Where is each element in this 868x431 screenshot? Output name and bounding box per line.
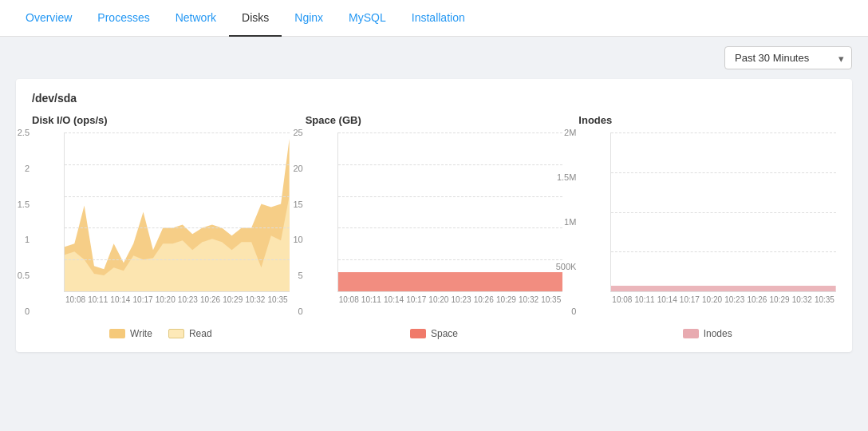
toolbar: Past 5 Minutes Past 15 Minutes Past 30 M… — [0, 37, 868, 79]
nav-network[interactable]: Network — [163, 0, 229, 37]
legend-write: Write — [109, 328, 152, 339]
inodes-chart-wrapper: 2M 1.5M 1M 500K 0 — [578, 132, 836, 320]
disk-title: /dev/sda — [32, 92, 836, 105]
disk-io-x-axis: 10:08 10:11 10:14 10:17 10:20 10:23 10:2… — [64, 295, 290, 304]
nav-bar: Overview Processes Network Disks Nginx M… — [0, 0, 868, 37]
legend-inodes: Inodes — [683, 328, 732, 339]
space-svg — [338, 132, 563, 291]
disk-io-legend: Write Read — [32, 328, 290, 339]
disk-card: /dev/sda Disk I/O (ops/s) 2.5 2 1.5 1 0.… — [16, 79, 852, 352]
disk-io-section: Disk I/O (ops/s) 2.5 2 1.5 1 0.5 0 — [32, 114, 290, 339]
space-legend: Space — [306, 328, 563, 339]
grid-line — [611, 212, 836, 213]
grid-line — [338, 196, 563, 197]
grid-line — [65, 196, 290, 197]
nav-nginx[interactable]: Nginx — [282, 0, 336, 37]
legend-inodes-label: Inodes — [704, 328, 732, 339]
inodes-x-axis: 10:08 10:11 10:14 10:17 10:20 10:23 10:2… — [610, 295, 836, 304]
inodes-section: Inodes 2M 1.5M 1M 500K 0 — [578, 114, 836, 339]
legend-write-swatch — [109, 329, 125, 338]
inodes-legend: Inodes — [578, 328, 836, 339]
grid-line — [65, 132, 290, 133]
legend-write-label: Write — [130, 328, 152, 339]
legend-space-label: Space — [431, 328, 458, 339]
inodes-label: Inodes — [578, 114, 836, 126]
space-x-axis: 10:08 10:11 10:14 10:17 10:20 10:23 10:2… — [337, 295, 563, 304]
disk-io-svg — [65, 132, 290, 291]
disk-io-chart-area — [64, 132, 290, 292]
grid-line — [611, 172, 836, 173]
inodes-y-axis: 2M 1.5M 1M 500K 0 — [548, 132, 576, 320]
svg-marker-3 — [611, 286, 836, 291]
time-range-select[interactable]: Past 5 Minutes Past 15 Minutes Past 30 M… — [724, 46, 852, 69]
inodes-chart-area — [610, 132, 836, 292]
legend-read: Read — [168, 328, 212, 339]
legend-space-swatch — [410, 329, 426, 338]
disk-io-label: Disk I/O (ops/s) — [32, 114, 290, 126]
nav-mysql[interactable]: MySQL — [336, 0, 399, 37]
legend-read-label: Read — [189, 328, 212, 339]
nav-installation[interactable]: Installation — [399, 0, 478, 37]
nav-overview[interactable]: Overview — [13, 0, 85, 37]
legend-inodes-swatch — [683, 329, 699, 338]
grid-line — [65, 259, 290, 260]
space-chart-area — [337, 132, 563, 292]
space-y-axis: 25 20 15 10 5 0 — [275, 132, 303, 320]
charts-row: Disk I/O (ops/s) 2.5 2 1.5 1 0.5 0 — [32, 114, 836, 339]
grid-line — [65, 164, 290, 165]
grid-line — [65, 227, 290, 228]
legend-space: Space — [410, 328, 458, 339]
nav-disks[interactable]: Disks — [229, 0, 282, 37]
grid-line — [338, 164, 563, 165]
grid-line — [338, 259, 563, 260]
disk-io-chart-wrapper: 2.5 2 1.5 1 0.5 0 — [32, 132, 290, 320]
space-chart-wrapper: 25 20 15 10 5 0 — [306, 132, 563, 320]
time-select-wrapper: Past 5 Minutes Past 15 Minutes Past 30 M… — [724, 46, 852, 69]
svg-marker-2 — [338, 272, 563, 291]
disk-io-y-axis: 2.5 2 1.5 1 0.5 0 — [2, 132, 30, 320]
grid-line — [338, 132, 563, 133]
grid-line — [338, 227, 563, 228]
nav-processes[interactable]: Processes — [85, 0, 162, 37]
legend-read-swatch — [168, 329, 184, 338]
main-content: /dev/sda Disk I/O (ops/s) 2.5 2 1.5 1 0.… — [0, 79, 868, 368]
space-section: Space (GB) 25 20 15 10 5 0 — [306, 114, 563, 339]
space-label: Space (GB) — [306, 114, 563, 126]
grid-line — [611, 251, 836, 252]
grid-line — [611, 132, 836, 133]
